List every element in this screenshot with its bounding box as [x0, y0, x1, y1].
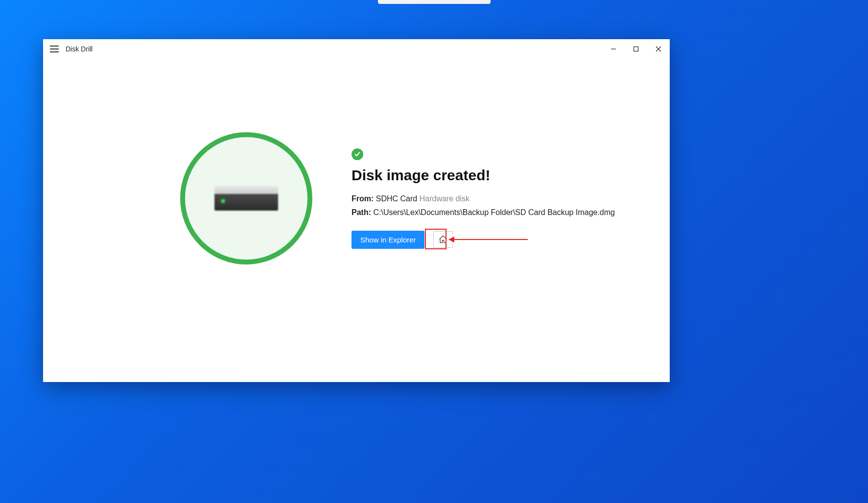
from-label: From:	[352, 194, 374, 203]
action-row: Show in Explorer	[352, 231, 631, 249]
minimize-icon	[610, 46, 616, 52]
result-heading: Disk image created!	[352, 167, 631, 184]
menu-hamburger-icon[interactable]	[50, 46, 59, 52]
from-line: From: SDHC Card Hardware disk	[352, 194, 631, 203]
titlebar-left: Disk Drill	[50, 45, 93, 53]
success-check-icon	[352, 148, 363, 160]
from-value: SDHC Card	[376, 194, 417, 203]
path-line: Path: C:\Users\Lex\Documents\Backup Fold…	[352, 208, 631, 217]
content-area: Disk image created! From: SDHC Card Hard…	[43, 59, 670, 264]
window-close-button[interactable]	[647, 39, 670, 59]
browser-notch	[378, 0, 491, 4]
path-value: C:\Users\Lex\Documents\Backup Folder\SD …	[373, 208, 615, 216]
window-controls	[602, 39, 670, 59]
home-icon	[438, 235, 448, 244]
disk-success-badge	[180, 132, 312, 264]
app-window: Disk Drill Disk image c	[43, 39, 670, 382]
window-minimize-button[interactable]	[602, 39, 625, 59]
window-maximize-button[interactable]	[625, 39, 647, 59]
show-in-explorer-button[interactable]: Show in Explorer	[352, 231, 424, 249]
from-subvalue: Hardware disk	[420, 194, 469, 203]
close-icon	[656, 46, 661, 52]
app-title: Disk Drill	[66, 45, 93, 53]
maximize-icon	[633, 46, 639, 52]
info-column: Disk image created! From: SDHC Card Hard…	[352, 148, 631, 249]
titlebar: Disk Drill	[43, 39, 670, 59]
svg-rect-1	[634, 47, 638, 51]
annotation-arrow	[449, 239, 528, 240]
path-label: Path:	[352, 208, 371, 216]
hard-drive-icon	[214, 186, 278, 211]
home-button[interactable]	[433, 231, 453, 248]
